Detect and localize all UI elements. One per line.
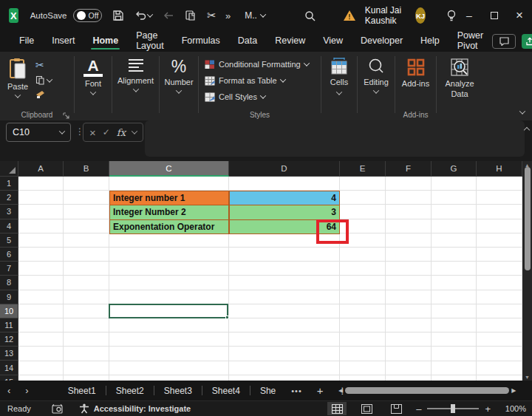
column-header-d[interactable]: D	[229, 161, 340, 177]
sheet-tab-sheet1[interactable]: Sheet1	[58, 383, 106, 399]
select-all-button[interactable]	[0, 161, 18, 177]
formula-input[interactable]	[145, 120, 525, 157]
prev-sheet-button[interactable]: ‹	[0, 385, 18, 396]
lightbulb-icon[interactable]	[446, 10, 457, 22]
undo-dropdown-icon[interactable]	[147, 11, 153, 17]
copy-small-button[interactable]	[35, 75, 52, 85]
paste-dropdown-icon[interactable]	[15, 92, 21, 98]
cells-button[interactable]: Cells	[321, 52, 357, 120]
sheet-tab-sheet4[interactable]: Sheet4	[202, 383, 250, 399]
column-header-g[interactable]: G	[432, 161, 477, 177]
accessibility-status[interactable]: Accessibility: Investigate	[79, 403, 191, 414]
cut-small-button[interactable]: ✂	[35, 59, 44, 71]
column-header-c[interactable]: C	[109, 161, 229, 177]
next-sheet-button[interactable]: ›	[18, 385, 35, 396]
name-box[interactable]: C10	[6, 123, 71, 142]
comments-button[interactable]	[492, 34, 516, 49]
cell-D3[interactable]: 3	[229, 205, 340, 219]
macro-record-icon[interactable]	[52, 404, 63, 414]
more-commands-button[interactable]: »	[225, 10, 231, 21]
editing-button[interactable]: Editing	[358, 52, 395, 120]
collapse-ribbon-icon[interactable]	[519, 108, 525, 114]
mode-menu-button[interactable]: M..	[245, 10, 265, 21]
row-header-3[interactable]: 3	[0, 205, 18, 219]
row-header-10[interactable]: 10	[0, 304, 18, 318]
user-name[interactable]: Kunal Jai Kaushik	[365, 5, 409, 26]
row-header-1[interactable]: 1	[0, 177, 18, 191]
cut-button[interactable]: ✂	[207, 9, 216, 22]
font-dropdown-icon[interactable]	[90, 89, 96, 95]
undo-button[interactable]	[134, 10, 152, 21]
menu-tab-insert[interactable]: Insert	[43, 32, 83, 51]
cancel-entry-button[interactable]: ×	[89, 126, 96, 139]
collapse-formula-bar-icon[interactable]	[524, 127, 530, 133]
analyze-data-button[interactable]: Analyze Data	[437, 52, 482, 120]
confirm-entry-button[interactable]: ✓	[103, 127, 110, 137]
cell-C4[interactable]: Exponentation Operator	[109, 219, 229, 234]
column-header-h[interactable]: H	[477, 161, 522, 177]
cell-C3[interactable]: Integer Number 2	[109, 205, 229, 219]
number-button[interactable]: % Number	[160, 52, 198, 120]
cell-styles-button[interactable]: Cell Styles	[205, 89, 313, 105]
menu-tab-developer[interactable]: Developer	[352, 32, 412, 51]
sheet-tab-sheet3[interactable]: Sheet3	[154, 383, 202, 399]
alignment-button[interactable]: Alignment	[112, 52, 159, 120]
font-button[interactable]: A Font	[75, 52, 112, 120]
cells-dropdown-icon[interactable]	[336, 89, 342, 95]
row-header-9[interactable]: 9	[0, 290, 18, 304]
format-as-table-button[interactable]: Format as Table	[205, 72, 313, 89]
menu-tab-formulas[interactable]: Formulas	[173, 32, 229, 51]
copy-dropdown-icon[interactable]	[47, 76, 52, 82]
menu-tab-file[interactable]: File	[10, 32, 43, 51]
menu-tab-data[interactable]: Data	[229, 32, 266, 51]
active-cell-C10[interactable]	[109, 304, 228, 318]
row-header-8[interactable]: 8	[0, 276, 18, 290]
page-break-preview-button[interactable]	[386, 402, 406, 415]
copy-button[interactable]	[185, 10, 197, 21]
horizontal-scroll-thumb[interactable]	[345, 387, 509, 394]
user-avatar[interactable]: KJ	[415, 7, 426, 24]
scroll-down-icon[interactable]: ▼	[522, 373, 532, 381]
zoom-slider[interactable]	[427, 408, 479, 409]
normal-view-button[interactable]	[327, 402, 347, 415]
menu-tab-review[interactable]: Review	[266, 32, 314, 51]
fill-handle[interactable]	[225, 316, 229, 319]
menu-tab-view[interactable]: View	[314, 32, 352, 51]
conditional-formatting-button[interactable]: Conditional Formatting	[205, 56, 313, 72]
menu-tab-help[interactable]: Help	[412, 32, 449, 51]
warning-icon[interactable]	[343, 10, 356, 21]
column-header-f[interactable]: F	[386, 161, 432, 177]
cell-area[interactable]: Integer number 14Integer Number 23Expone…	[18, 177, 522, 381]
row-header-11[interactable]: 11	[0, 318, 18, 333]
zoom-in-button[interactable]: +	[485, 403, 491, 415]
menu-tab-home[interactable]: Home	[83, 32, 127, 51]
tab-overflow-icon[interactable]: •••	[285, 386, 308, 395]
row-header-5[interactable]: 5	[0, 233, 18, 248]
cell-C2[interactable]: Integer number 1	[109, 191, 229, 205]
save-button[interactable]	[112, 10, 124, 21]
cell-D2[interactable]: 4	[229, 191, 340, 205]
horizontal-scrollbar[interactable]: ◀ ▶	[336, 384, 528, 397]
row-header-7[interactable]: 7	[0, 262, 18, 276]
row-header-14[interactable]: 14	[0, 361, 18, 375]
row-header-15[interactable]: 15	[0, 375, 18, 381]
editing-dropdown-icon[interactable]	[373, 87, 379, 93]
row-header-2[interactable]: 2	[0, 191, 18, 205]
close-button[interactable]: ×	[507, 0, 532, 31]
alignment-dropdown-icon[interactable]	[132, 86, 138, 92]
dialog-launcher-icon[interactable]	[63, 112, 69, 119]
column-header-e[interactable]: E	[340, 161, 386, 177]
row-header-4[interactable]: 4	[0, 219, 18, 233]
insert-function-button[interactable]: fx	[117, 127, 126, 138]
autosave-toggle[interactable]: Off	[73, 9, 103, 22]
search-button[interactable]	[304, 10, 316, 22]
sheet-tab-sheet2[interactable]: Sheet2	[106, 383, 154, 399]
row-header-13[interactable]: 13	[0, 347, 18, 361]
page-layout-view-button[interactable]	[357, 402, 376, 415]
fx-dropdown-icon[interactable]	[132, 128, 137, 134]
zoom-out-button[interactable]: –	[416, 403, 421, 415]
number-dropdown-icon[interactable]	[176, 87, 182, 93]
sheet-tab-she[interactable]: She	[250, 383, 285, 399]
vertical-scrollbar[interactable]: ▲ ▼	[522, 161, 532, 381]
new-sheet-button[interactable]: +	[308, 384, 332, 397]
